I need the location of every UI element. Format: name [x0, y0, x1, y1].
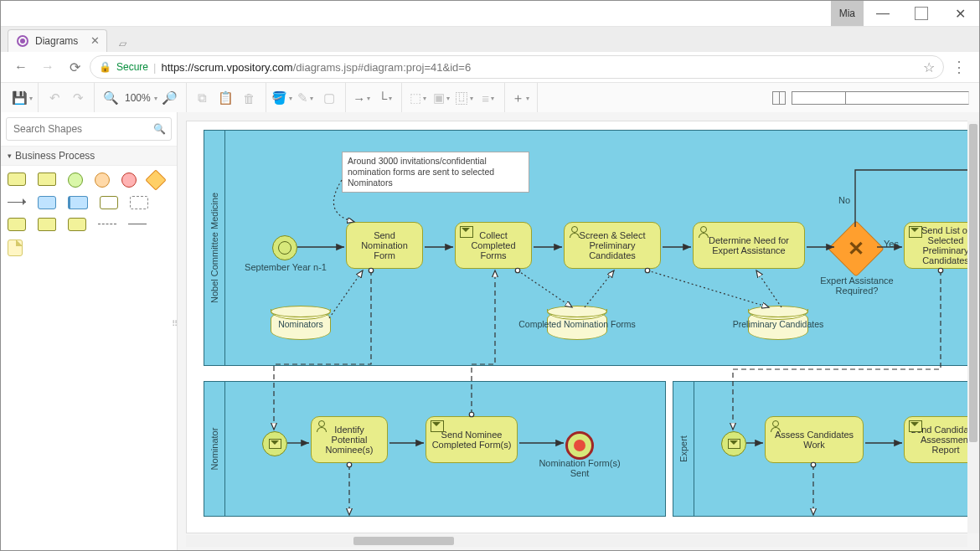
browser-menu-button[interactable]: ⋮	[947, 58, 971, 76]
task-assess-work[interactable]: Assess Candidates Work	[765, 416, 864, 463]
shape-gateway[interactable]	[145, 169, 166, 190]
shape-task[interactable]	[8, 173, 26, 186]
user-icon	[698, 226, 709, 236]
align-button[interactable]: ⬚▾	[407, 87, 429, 109]
shape-lane[interactable]	[68, 196, 88, 209]
forward-button[interactable]: →	[36, 55, 59, 79]
paste-button[interactable]: 📋	[215, 87, 237, 109]
arrange-button[interactable]: ▣▾	[431, 87, 452, 109]
connector-end-button[interactable]: →▾	[351, 87, 373, 109]
canvas-vertical-scrollbar[interactable]	[967, 121, 979, 533]
zoom-in-button[interactable]: 🔎	[159, 87, 181, 109]
pool-label: Nobel Committee Medicine	[204, 131, 225, 365]
save-button[interactable]: 💾▾	[11, 87, 33, 109]
task-identify-nominees[interactable]: Identify Potential Nominee(s)	[311, 416, 388, 463]
favicon-icon	[17, 35, 28, 47]
shadow-button[interactable]: ▢	[318, 87, 340, 109]
layout-sidebar-button[interactable]	[792, 87, 969, 109]
envelope-icon	[909, 420, 922, 432]
secure-label: Secure	[116, 61, 148, 73]
scrollbar-thumb[interactable]	[969, 124, 977, 442]
shape-annotation[interactable]	[8, 239, 23, 256]
gateway-label: Expert Assistance Required?	[817, 276, 897, 296]
envelope-icon	[431, 420, 444, 432]
shape-end-event[interactable]	[121, 173, 137, 188]
start-message-event-nominator[interactable]	[262, 431, 287, 456]
datastore-preliminary[interactable]: Preliminary Candidates	[748, 310, 808, 340]
shape-palette	[1, 166, 177, 263]
pool-label-text: Expert	[678, 435, 689, 462]
new-tab-button[interactable]: ▱	[112, 35, 132, 52]
start-event-label: September Year n-1	[235, 262, 336, 272]
shape-transaction[interactable]	[38, 218, 56, 231]
sidebar-resize-handle[interactable]: ⠿	[172, 319, 177, 344]
titlebar: Mia — ✕	[1, 1, 979, 27]
canvas-horizontal-scrollbar[interactable]	[186, 535, 967, 547]
undo-button[interactable]: ↶	[44, 87, 65, 109]
palette-title: Business Process	[15, 150, 95, 162]
start-message-event-expert[interactable]	[721, 431, 746, 456]
shape-sequence-flow[interactable]	[8, 196, 26, 208]
browser-tab[interactable]: Diagrams ✕	[8, 29, 107, 52]
pool-label: Expert	[673, 382, 694, 516]
shape-call-activity[interactable]	[8, 218, 26, 231]
zoom-level[interactable]: 100%	[123, 92, 152, 104]
text-annotation[interactable]: Around 3000 invitations/confidential nom…	[342, 152, 529, 193]
scrollbar-thumb[interactable]	[353, 537, 454, 545]
end-event-nomination-sent[interactable]	[565, 431, 594, 460]
shape-search[interactable]: 🔍	[6, 117, 172, 141]
gateway-yes-label: Yes	[879, 239, 904, 249]
zoom-out-button[interactable]: 🔍	[100, 87, 121, 109]
diagram-canvas[interactable]: Nobel Committee Medicine Around 3000 inv…	[186, 121, 979, 533]
task-send-nominee-forms[interactable]: Send Nominee Completed Form(s)	[426, 416, 518, 463]
bookmark-star-icon[interactable]: ☆	[923, 59, 935, 75]
tab-close-icon[interactable]: ✕	[90, 34, 100, 47]
shape-sidebar: 🔍 ▾ Business Process	[1, 112, 178, 550]
shape-group[interactable]	[130, 196, 148, 209]
task-determine-need[interactable]: Determine Need for Expert Assistance	[693, 222, 805, 269]
line-color-button[interactable]: ✎▾	[295, 87, 317, 109]
connector-style-button[interactable]: └▾	[374, 87, 396, 109]
task-screen-select[interactable]: Screen & Select Preliminary Candidates	[564, 222, 661, 269]
fill-color-button[interactable]: 🪣▾	[271, 87, 293, 109]
envelope-icon	[728, 439, 740, 449]
delete-button[interactable]: 🗑	[239, 87, 260, 109]
url-bar: ← → ⟳ 🔒 Secure | https://scrum.vpository…	[1, 52, 979, 83]
datastore-completed-forms[interactable]: Completed Nomination Forms	[547, 310, 607, 340]
window-close-button[interactable]: ✕	[941, 1, 979, 26]
back-button[interactable]: ←	[9, 55, 33, 79]
shape-message-flow[interactable]	[128, 218, 147, 229]
datastore-nominators[interactable]: Nominators	[271, 310, 331, 340]
task-send-nomination[interactable]: Send Nomination Form	[346, 222, 423, 269]
palette-header[interactable]: ▾ Business Process	[1, 147, 177, 166]
shape-association[interactable]	[98, 218, 116, 229]
shape-subprocess[interactable]	[38, 173, 56, 186]
user-icon	[316, 420, 328, 430]
end-event-label: Nomination Form(s) Sent	[534, 458, 626, 478]
shape-start-event[interactable]	[68, 173, 83, 188]
add-button[interactable]: ＋▾	[510, 87, 532, 109]
shape-intermediate-event[interactable]	[95, 173, 110, 188]
gateway-no-label: No	[832, 195, 857, 205]
redo-button[interactable]: ↷	[67, 87, 89, 109]
shape-event-subprocess[interactable]	[68, 218, 86, 231]
search-input[interactable]	[12, 122, 153, 136]
app-toolbar: 💾▾ ↶ ↷ 🔍 100%▾ 🔎 ⧉ 📋 🗑 🪣▾ ✎▾ ▢ →▾ └▾ ⬚▾ …	[1, 83, 979, 114]
start-timer-event[interactable]	[272, 235, 297, 260]
group-button[interactable]: ⿶▾	[454, 87, 476, 109]
window-minimize-button[interactable]: —	[864, 1, 902, 26]
address-bar[interactable]: 🔒 Secure | https://scrum.vpository.com/d…	[90, 55, 944, 79]
envelope-icon	[460, 226, 473, 238]
url-path: /diagrams.jsp#diagram:proj=41&id=6	[293, 61, 471, 74]
distribute-button[interactable]: ≡▾	[477, 87, 499, 109]
reload-button[interactable]: ⟳	[63, 55, 86, 79]
window-maximize-button[interactable]	[902, 1, 941, 26]
task-collect-forms[interactable]: Collect Completed Forms	[455, 222, 532, 269]
pool-label: Nominator	[204, 382, 225, 516]
copy-button[interactable]: ⧉	[192, 87, 214, 109]
layout-split-button[interactable]	[768, 87, 790, 109]
search-icon: 🔍	[153, 123, 166, 135]
envelope-icon	[909, 226, 922, 238]
shape-pool[interactable]	[38, 196, 56, 209]
shape-data-object[interactable]	[100, 196, 118, 209]
